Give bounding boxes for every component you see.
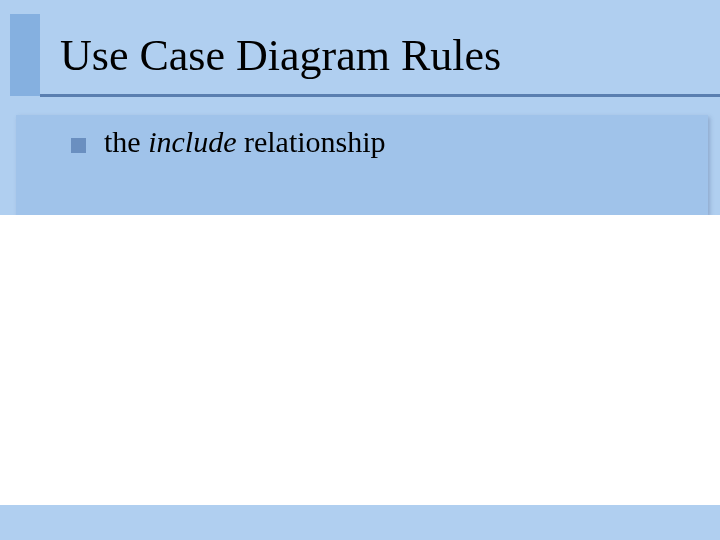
content-panel: the include relationship xyxy=(16,115,708,215)
title-underline xyxy=(40,94,720,97)
title-accent-bar xyxy=(10,14,40,96)
lower-white-region xyxy=(0,215,720,505)
bullet-text-pre: the xyxy=(104,125,148,158)
bullet-square-icon xyxy=(71,138,86,153)
bullet-text: the include relationship xyxy=(104,125,386,159)
bullet-text-emph: include xyxy=(148,125,236,158)
bullet-item: the include relationship xyxy=(71,125,386,159)
bullet-text-post: relationship xyxy=(236,125,385,158)
slide-title: Use Case Diagram Rules xyxy=(60,30,501,81)
title-area: Use Case Diagram Rules xyxy=(0,14,720,96)
